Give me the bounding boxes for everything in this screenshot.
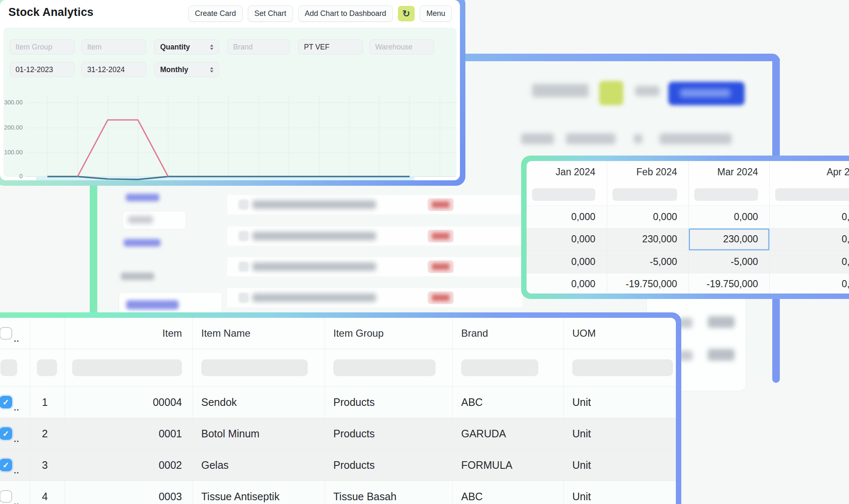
blurred-hide-filters-label[interactable] (566, 133, 615, 144)
blurred-filter-label[interactable] (521, 133, 554, 144)
selected-value-cell[interactable]: 230,000 (689, 229, 770, 251)
checkbox-dots: .. (14, 466, 19, 475)
table-row: .. 2 0001 Botol Minum Products GARUDA Un… (0, 418, 676, 449)
column-header[interactable]: Feb 2024 (607, 161, 689, 183)
value-cell[interactable]: 0,000 (770, 273, 849, 294)
y-axis-tick: 300.00 (3, 99, 23, 106)
value-cell[interactable]: -19.750,000 (607, 273, 689, 294)
refresh-icon[interactable]: ↻ (398, 6, 415, 21)
blurred-row-checkbox[interactable] (239, 262, 249, 272)
blurred-tag-icon[interactable] (599, 81, 623, 105)
value-cell[interactable]: 0,000 (527, 206, 607, 228)
item-name-cell: Botol Minum (193, 418, 325, 449)
set-chart-button[interactable]: Set Chart (248, 5, 293, 22)
column-filter-input[interactable] (461, 359, 538, 376)
item-filter-input[interactable]: Item (81, 39, 146, 55)
column-filter-input[interactable] (775, 188, 849, 201)
checkbox-dots: .. (14, 403, 19, 413)
blurred-row-checkbox[interactable] (239, 231, 249, 241)
column-filter-input[interactable] (37, 359, 57, 376)
blurred-list-row[interactable] (227, 195, 523, 214)
page-title: Stock Analytics (8, 6, 93, 19)
column-header[interactable]: Mar 2024 (689, 161, 770, 183)
item-code-cell: 0001 (65, 418, 193, 449)
value-cell[interactable]: 0,000 (770, 229, 849, 251)
row-number: 3 (30, 449, 65, 481)
blurred-sidebar-link[interactable] (126, 194, 159, 201)
from-date-input[interactable]: 01-12-2023 (10, 62, 75, 77)
blurred-sort-label[interactable] (659, 133, 732, 144)
blurred-list-row[interactable] (227, 288, 523, 307)
blurred-sidebar-link[interactable] (124, 239, 161, 247)
select-all-checkbox[interactable] (0, 327, 12, 340)
column-filter-input[interactable] (532, 188, 595, 201)
blurred-sidebar-select[interactable] (122, 211, 186, 229)
column-header[interactable]: Apr 2024 (770, 161, 849, 183)
company-filter-input[interactable]: PT VEF (298, 39, 363, 55)
column-header[interactable]: Brand (453, 318, 564, 349)
checkbox-dots: .. (14, 334, 19, 344)
value-cell[interactable]: 0,000 (527, 251, 607, 273)
brand-cell: ABC (453, 481, 564, 504)
stock-analytics-panel: Stock Analytics Create Card Set Chart Ad… (0, 0, 465, 186)
column-filter-input[interactable] (333, 359, 436, 376)
column-header[interactable]: Item Group (325, 318, 453, 349)
table-row: .. 3 0002 Gelas Products FORMULA Unit (0, 449, 676, 481)
value-cell[interactable]: -5,000 (607, 251, 689, 273)
value-cell[interactable]: 0,000 (770, 251, 849, 273)
value-cell[interactable]: -5,000 (689, 251, 770, 273)
column-filter-input[interactable] (613, 188, 677, 201)
select-stepper-icon (210, 67, 213, 73)
row-number: 2 (30, 418, 65, 449)
item-group-filter-input[interactable]: Item Group (10, 39, 75, 55)
table-row: 0,000 -5,000 -5,000 0,000 (527, 251, 849, 273)
value-cell[interactable]: 230,000 (607, 229, 689, 251)
blurred-status-badge (428, 291, 454, 304)
value-cell[interactable]: 0,000 (527, 229, 607, 251)
period-select[interactable]: Monthly (154, 62, 219, 77)
table-row: .. 1 00004 Sendok Products ABC Unit (0, 387, 676, 418)
blurred-dropdown[interactable] (532, 84, 589, 97)
warehouse-filter-input[interactable]: Warehouse (369, 39, 434, 55)
column-filter-input[interactable] (201, 359, 308, 376)
column-header[interactable]: UOM (564, 318, 676, 349)
row-checkbox[interactable] (0, 490, 12, 503)
row-checkbox[interactable] (0, 459, 12, 471)
blurred-row-checkbox[interactable] (239, 200, 249, 210)
blurred-status-badge (428, 198, 454, 211)
blurred-list-row[interactable] (227, 226, 523, 246)
add-chart-to-dashboard-button[interactable]: Add Chart to Dashboard (298, 5, 393, 22)
select-stepper-icon (210, 44, 213, 50)
blurred-status-badge (428, 260, 454, 273)
blurred-row-checkbox[interactable] (239, 293, 249, 303)
column-header[interactable]: Item Name (193, 318, 325, 349)
blurred-primary-button[interactable] (668, 82, 745, 105)
value-cell[interactable]: 0,000 (770, 206, 849, 228)
table-row: .. 4 0003 Tissue Antiseptik Tissue Basah… (0, 481, 676, 504)
blurred-list-row[interactable] (227, 257, 523, 276)
to-date-input[interactable]: 31-12-2024 (81, 62, 146, 77)
column-filter-input[interactable] (72, 359, 182, 376)
column-filter-input[interactable] (694, 188, 758, 201)
months-header-row: Jan 2024 Feb 2024 Mar 2024 Apr 2024 (527, 161, 849, 183)
chart-area-band (36, 177, 414, 180)
row-checkbox[interactable] (0, 396, 12, 408)
column-filter-input[interactable] (572, 359, 673, 376)
column-filter-input[interactable] (0, 359, 17, 376)
create-card-button[interactable]: Create Card (188, 5, 243, 22)
row-checkbox[interactable] (0, 427, 12, 440)
blurred-menu-label[interactable] (635, 86, 659, 96)
brand-filter-input[interactable]: Brand (227, 39, 290, 55)
months-report-panel: Jan 2024 Feb 2024 Mar 2024 Apr 2024 0,00… (521, 156, 849, 299)
menu-button[interactable]: Menu (420, 5, 452, 22)
value-cell[interactable]: 0,000 (689, 206, 770, 228)
blurred-document-id (252, 294, 376, 302)
value-cell[interactable]: -19.750,000 (689, 273, 770, 294)
value-cell[interactable]: 0,000 (607, 206, 689, 228)
column-header[interactable]: Item (65, 318, 193, 349)
table-row: 0,000 -19.750,000 -19.750,000 0,000 (527, 273, 849, 294)
checkbox-dots: .. (14, 497, 19, 504)
value-cell[interactable]: 0,000 (527, 273, 607, 294)
value-type-select[interactable]: Quantity (154, 39, 219, 55)
column-header[interactable]: Jan 2024 (527, 161, 607, 183)
